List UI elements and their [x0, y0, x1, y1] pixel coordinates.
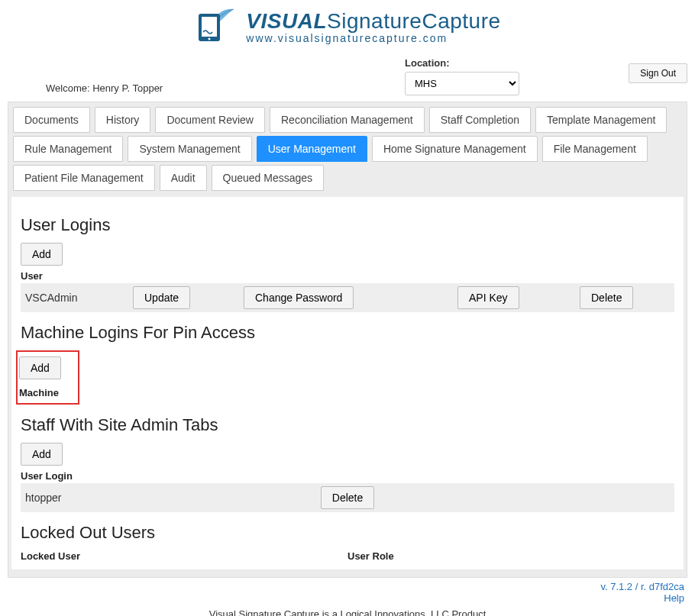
svg-point-2 [208, 38, 211, 40]
user-role-col: User Role [348, 550, 674, 562]
version-text: v. 7.1.2 / r. d7fd2ca [600, 581, 684, 592]
user-logins-title: User Logins [21, 215, 674, 235]
logo-signature: SignatureCapture [327, 9, 500, 33]
staff-admin-add-button[interactable]: Add [21, 443, 63, 466]
change-password-button[interactable]: Change Password [244, 286, 354, 309]
machine-logins-add-button[interactable]: Add [19, 356, 61, 379]
tab-home-signature-management[interactable]: Home Signature Management [372, 136, 538, 162]
tab-reconciliation-management[interactable]: Reconciliation Management [270, 107, 425, 133]
logo-area: VISUALSignatureCapture www.visualsignatu… [0, 0, 695, 50]
tab-queued-messages[interactable]: Queued Messages [212, 165, 325, 191]
footer: v. 7.1.2 / r. d7fd2ca Help [0, 578, 695, 605]
help-link[interactable]: Help [664, 592, 684, 604]
locked-users-title: Locked Out Users [21, 523, 674, 543]
staff-admin-col: User Login [21, 470, 674, 482]
tab-system-management[interactable]: System Management [128, 136, 251, 162]
tab-staff-completion[interactable]: Staff Completion [429, 107, 531, 133]
tab-template-management[interactable]: Template Management [535, 107, 667, 133]
user-cell: VSCAdmin [25, 292, 128, 304]
tab-documents[interactable]: Documents [13, 107, 90, 133]
tab-patient-file-management[interactable]: Patient File Management [13, 165, 155, 191]
staff-admin-title: Staff With Site Admin Tabs [21, 415, 674, 435]
user-logins-col: User [21, 270, 674, 282]
tab-history[interactable]: History [95, 107, 151, 133]
logo-visual: VISUAL [246, 9, 327, 33]
tab-user-management[interactable]: User Management [257, 136, 367, 162]
tab-file-management[interactable]: File Management [542, 136, 648, 162]
tab-content: User Logins Add User VSCAdmin Update Cha… [11, 197, 684, 569]
machine-logins-col: Machine [19, 387, 61, 398]
locked-user-col: Locked User [21, 550, 348, 562]
user-logins-add-button[interactable]: Add [21, 243, 63, 266]
tab-rule-management[interactable]: Rule Management [13, 136, 123, 162]
user-row: VSCAdmin Update Change Password API Key … [21, 283, 674, 312]
signout-button[interactable]: Sign Out [629, 63, 687, 83]
topbar: Welcome: Henry P. Topper Location: MHS S… [0, 50, 695, 98]
staff-user-cell: htopper [25, 492, 316, 504]
machine-logins-title: Machine Logins For Pin Access [21, 323, 674, 343]
logo-url: www.visualsignaturecapture.com [246, 32, 500, 44]
api-key-button[interactable]: API Key [457, 286, 519, 309]
welcome-text: Welcome: Henry P. Topper [46, 82, 163, 95]
location-block: Location: MHS [405, 57, 519, 95]
highlight-annotation: Add Machine [16, 350, 79, 405]
locked-users-cols: Locked User User Role [21, 550, 674, 562]
tabs-row: DocumentsHistoryDocument ReviewReconcili… [11, 105, 684, 192]
logo-text: VISUALSignatureCapture www.visualsignatu… [246, 9, 500, 44]
delete-user-button[interactable]: Delete [580, 286, 633, 309]
tab-document-review[interactable]: Document Review [155, 107, 265, 133]
location-select[interactable]: MHS [405, 72, 519, 95]
product-line: Visual Signature Capture is a Logical In… [0, 605, 695, 616]
tabs-container: DocumentsHistoryDocument ReviewReconcili… [8, 102, 687, 578]
update-button[interactable]: Update [133, 286, 190, 309]
location-label: Location: [405, 57, 519, 69]
staff-row: htopper Delete [21, 483, 674, 512]
delete-staff-button[interactable]: Delete [321, 486, 374, 509]
logo-icon [194, 6, 240, 47]
tab-audit[interactable]: Audit [160, 165, 207, 191]
